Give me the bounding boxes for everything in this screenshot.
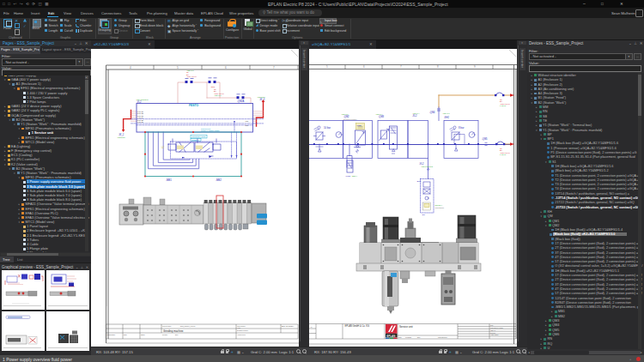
- svg-text:-W_3: -W_3: [259, 98, 265, 101]
- svg-text:SPECIAL IDENT CODE: SPECIAL IDENT CODE: [201, 130, 220, 131]
- svg-text:Drawing number: Drawing number: [237, 329, 249, 331]
- svg-text:1/1/2023: 1/1/2023: [405, 336, 411, 338]
- svg-text:-MB2: -MB2: [216, 178, 222, 182]
- svg-text:+GQA1.6: +GQA1.6: [186, 69, 195, 71]
- svg-text:-QM2A: -QM2A: [237, 100, 244, 103]
- svg-text:Approved by: Approved by: [237, 334, 246, 335]
- svg-text:Druckluft-versorter: Druckluft-versorter: [343, 118, 357, 120]
- svg-text:-MB1: -MB1: [356, 124, 362, 127]
- svg-text:-BP1: -BP1: [416, 180, 422, 183]
- svg-text:Unterstrich el state: Unterstrich el state: [490, 327, 503, 329]
- svg-text:Service unit: Service unit: [399, 325, 413, 329]
- svg-text:L: 20 m: L: 20 m: [500, 154, 506, 155]
- svg-text:Apttr. Panel: Apttr. Panel: [490, 334, 499, 335]
- svg-text:8 bar: 8 bar: [459, 126, 464, 130]
- svg-text:+MM1/2.2: +MM1/2.2: [117, 136, 125, 138]
- svg-text:EPL: EPL: [417, 336, 420, 338]
- svg-text:Date: Date: [124, 334, 127, 335]
- svg-text:6:MA26: 6:MA26: [137, 121, 144, 123]
- svg-text:+GQA1.4: +GQA1.4: [375, 113, 383, 115]
- svg-text:-XL2: -XL2: [412, 114, 417, 118]
- svg-text:+GQA&MFS1.2: +GQA&MFS1.2: [421, 166, 434, 167]
- svg-text:+GQA1.6: +GQA1.6: [341, 113, 349, 115]
- svg-text:Name: Name: [141, 334, 145, 335]
- svg-text:+MM1/2.2: +MM1/2.2: [257, 96, 265, 98]
- svg-text:+GQA1.6: +GQA1.6: [214, 94, 222, 96]
- svg-text:Grinding machine: Grinding machine: [163, 329, 184, 333]
- svg-text:&MFS1: &MFS1: [490, 332, 495, 334]
- svg-text:-VL2: -VL2: [137, 100, 142, 104]
- svg-text:EPLAN: EPLAN: [386, 335, 395, 338]
- svg-text:-QM3: -QM3: [379, 115, 385, 118]
- svg-text:-KH2: -KH2: [444, 116, 449, 119]
- svg-text:LZ: LZ: [161, 146, 164, 149]
- svg-text:Unterstrichen: Unterstrichen: [438, 336, 447, 338]
- svg-text:Date: Date: [398, 336, 402, 338]
- svg-text:Project name: Project name: [162, 325, 172, 327]
- svg-text:-QM5: -QM5: [482, 137, 488, 141]
- svg-text:QM22-X: QM22-X: [191, 139, 199, 141]
- svg-text:10 bar: 10 bar: [324, 126, 331, 130]
- svg-text:L: 20 m: L: 20 m: [500, 105, 506, 106]
- svg-text:Ad: Ad: [310, 326, 312, 328]
- svg-text:Area: Area: [237, 327, 240, 329]
- svg-text:-W16 4x0.34: -W16 4x0.34: [186, 75, 197, 77]
- svg-text:+GQA1.6: +GQA1.6: [442, 112, 451, 114]
- svg-text:&MFS1.4: &MFS1.4: [435, 204, 443, 206]
- svg-text:-S1: -S1: [422, 214, 425, 216]
- svg-text:-QM4: -QM4: [429, 111, 435, 114]
- svg-text:Modification: Modification: [107, 334, 116, 335]
- svg-text:FESTO: FESTO: [189, 104, 199, 107]
- svg-text:+B2-Y1: +B2-Y1: [490, 329, 495, 331]
- svg-text:-MB1: -MB1: [166, 178, 172, 182]
- svg-text:EPLAN GmbH & Co. KG: EPLAN GmbH & Co. KG: [345, 324, 369, 328]
- svg-text:Creator: Creator: [162, 334, 167, 335]
- svg-text:EPL: EPL: [175, 334, 178, 335]
- svg-text:+BQ1.4: +BQ1.4: [351, 175, 358, 177]
- svg-text:Umleitdruck: Umleitdruck: [435, 207, 445, 208]
- svg-text:+GQA1.4: +GQA1.4: [412, 112, 420, 114]
- svg-text:EPLAN GmbH: EPLAN GmbH: [282, 325, 295, 327]
- svg-text:MOUNT24VDC3: MOUNT24VDC3: [191, 136, 206, 137]
- svg-text:-KQ2: -KQ2: [345, 175, 350, 178]
- svg-text:+GQA&MFS1.2: +GQA&MFS1.2: [136, 99, 149, 100]
